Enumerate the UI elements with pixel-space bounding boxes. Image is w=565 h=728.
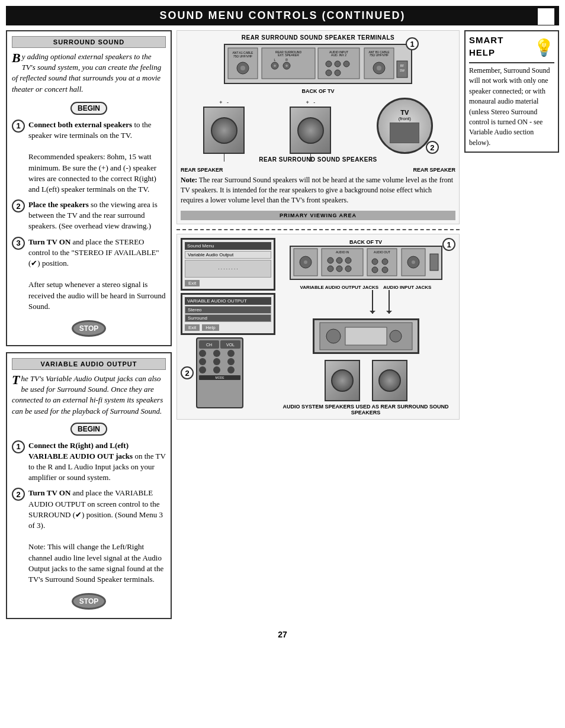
left-column: Surround Sound B y adding optional exter…	[6, 30, 172, 625]
audio-input-wire	[383, 290, 395, 314]
surround-begin-button[interactable]: BEGIN	[70, 102, 107, 115]
amplifier-detail	[319, 321, 413, 351]
step-2-content: Place the speakers so the viewing area i…	[28, 199, 166, 232]
step-3-content: Turn TV ON and place the STEREO control …	[28, 237, 166, 312]
svg-text:SW: SW	[400, 69, 405, 72]
svg-point-60	[390, 330, 402, 342]
svg-point-51	[412, 260, 415, 264]
svg-point-58	[326, 329, 341, 343]
intro-big-letter: B	[12, 51, 21, 65]
menu-stereo: Stereo	[185, 306, 271, 314]
viewing-area-label: Primary Viewing Area	[181, 211, 455, 220]
svg-point-18	[326, 61, 332, 67]
svg-text:RF: RF	[400, 64, 405, 67]
svg-point-46	[382, 259, 388, 265]
rear-surround-speakers-label: Rear Surround Sound Speakers	[181, 156, 455, 163]
svg-text:75Ω UHF/VHF: 75Ω UHF/VHF	[370, 53, 389, 57]
svg-point-19	[335, 61, 341, 67]
right-rear-speaker: + -	[290, 99, 331, 154]
svg-point-41	[336, 266, 342, 272]
variable-step-2: 2 Turn TV ON and place the VARIABLE AUDI…	[12, 488, 166, 585]
help-button[interactable]: Help	[202, 324, 219, 331]
rear-speaker-right-label: Rear Speaker	[413, 167, 455, 173]
variable-intro: T he TV's Variable Audio Output jacks ca…	[12, 373, 166, 417]
variable-audio-section: Variable Audio Output T he TV's Variable…	[6, 352, 172, 619]
surround-step-3: 3 Turn TV ON and place the STEREO contro…	[12, 237, 166, 312]
tv-screen-mockup: Sound Menu Variable Audio Output · · · ·…	[181, 238, 275, 291]
surround-sound-section: Surround Sound B y adding optional exter…	[6, 30, 172, 346]
variable-right-diagram: 1 Back of TV AUDIO IN	[276, 238, 455, 415]
bottom-step-1-badge: 1	[442, 238, 455, 251]
title-text: Sound Menu Controls (Continued)	[160, 9, 406, 21]
diagram-step-1-badge: 1	[406, 37, 419, 50]
audio-system-label: Audio System Speakers Used As Rear Surro…	[276, 404, 455, 415]
svg-text:EXT. SPEAKER: EXT. SPEAKER	[278, 53, 299, 57]
svg-text:R: R	[285, 58, 288, 62]
smart-help-text: Remember, Surround Sound will not work w…	[469, 66, 554, 148]
var-step-1-bold: Connect the R(ight) and L(eft) VARIABLE …	[28, 441, 133, 460]
step-1-number: 1	[12, 120, 25, 133]
svg-point-47	[372, 267, 378, 273]
page-title: Sound Menu Controls (Continued)	[6, 6, 559, 25]
tv-screen-mockup-2: VARIABLE AUDIO OUTPUT Stereo Surround Ex…	[181, 293, 275, 335]
svg-point-11	[274, 65, 276, 67]
screen-mockup-area: Sound Menu Variable Audio Output · · · ·…	[181, 238, 272, 408]
svg-point-40	[328, 266, 333, 272]
variable-header: Variable Audio Output	[12, 358, 166, 370]
amplifier-box	[313, 318, 419, 354]
svg-point-5	[240, 66, 245, 70]
svg-point-22	[335, 70, 341, 76]
menu-variable-audio: Variable Audio Output	[185, 251, 271, 259]
var-step-2-content: Turn TV ON and place the VARIABLE AUDIO …	[28, 488, 166, 585]
speaker-note: Note: The rear Surround Sound speakers w…	[181, 175, 455, 205]
svg-marker-56	[386, 311, 392, 314]
svg-point-20	[344, 61, 349, 67]
variable-stop-button[interactable]: STOP	[72, 593, 106, 610]
exit-button[interactable]: Exit	[185, 280, 200, 286]
svg-point-21	[326, 70, 332, 76]
variable-diagram: Sound Menu Variable Audio Output · · · ·…	[176, 234, 460, 420]
diagram-step-2-badge: 2	[426, 141, 439, 154]
back-of-tv-label-top: Back of TV	[223, 88, 413, 94]
svg-text:AUDIO IN: AUDIO IN	[335, 250, 349, 254]
var-step-1-number: 1	[12, 440, 25, 453]
svg-point-37	[328, 257, 333, 263]
surround-step-2: 2 Place the speakers so the viewing area…	[12, 199, 166, 232]
bottom-step2-area: 2 CH VOL	[181, 337, 272, 408]
menu-surround: Surround	[185, 314, 271, 322]
bulb-icon: 💡	[534, 38, 554, 57]
variable-step-1: 1 Connect the R(ight) and L(eft) VARIABL…	[12, 440, 166, 484]
tv-overhead-view: TV (front) 2	[377, 98, 433, 154]
step-2-bold: Place the speakers	[28, 200, 89, 209]
audio-input-label: Audio Input Jacks	[383, 285, 431, 290]
svg-point-27	[377, 66, 381, 70]
screen-mockup-2: VARIABLE AUDIO OUTPUT Stereo Surround Ex…	[181, 293, 272, 335]
audio-system-speakers	[325, 360, 407, 401]
svg-point-48	[382, 267, 388, 273]
step-1-bold: Connect both external speakers	[28, 120, 132, 129]
right-column: Smart Help 💡 Remember, Surround Sound wi…	[464, 30, 559, 625]
tv-back-panel-bottom: AUDIO IN AUDIO OUT	[289, 245, 443, 281]
note-bold: Note:	[181, 176, 197, 184]
var-step-2-number: 2	[12, 488, 25, 501]
svg-point-14	[285, 65, 288, 67]
menu-title-2: VARIABLE AUDIO OUTPUT	[185, 297, 271, 305]
exit-button-2[interactable]: Exit	[185, 324, 200, 331]
svg-point-34	[304, 260, 307, 264]
middle-column: Rear Surround Sound Speaker Terminals 1 …	[176, 30, 460, 625]
variable-audio-value: · · · · · · · ·	[218, 266, 237, 272]
svg-rect-59	[345, 327, 387, 345]
tv-back-panel: ANT A1 CABLE 75Ω UHF/VHF REAR SURROUND E…	[223, 43, 413, 85]
svg-point-38	[336, 257, 342, 263]
variable-begin-button[interactable]: BEGIN	[70, 423, 107, 436]
svg-text:75Ω UHF/VHF: 75Ω UHF/VHF	[233, 54, 252, 58]
step-3-bold: Turn TV ON	[28, 237, 70, 246]
step-1-content: Connect both external speakers to the sp…	[28, 120, 166, 195]
smart-help-title-line1: Smart	[469, 35, 503, 45]
var-audio-wire	[367, 290, 378, 314]
surround-intro: B y adding optional external speakers to…	[12, 51, 166, 95]
surround-stop-button[interactable]: STOP	[72, 320, 106, 337]
surround-diagram: Rear Surround Sound Speaker Terminals 1 …	[176, 30, 460, 224]
variable-big-letter: T	[12, 373, 20, 386]
svg-point-39	[345, 257, 351, 263]
